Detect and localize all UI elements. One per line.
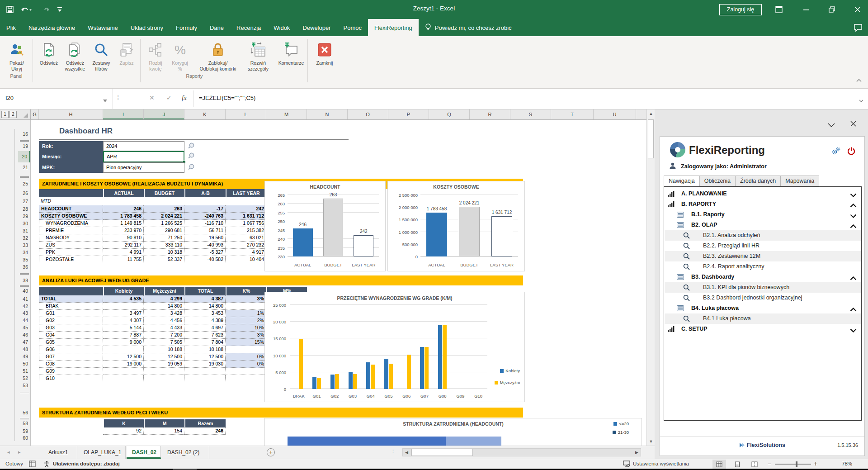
tree-item-c-setup[interactable]: C. SETUP	[664, 324, 861, 334]
power-logout-icon[interactable]	[847, 147, 855, 157]
report-list-icon	[677, 211, 684, 219]
tree-item-b2-4-raport-analityczny[interactable]: B2.4. Raport analityczny	[664, 261, 861, 272]
accessibility-status[interactable]: Ułatwienia dostępu: zbadaj	[53, 461, 120, 466]
chart-bar-g03-1	[353, 374, 357, 389]
section1-row-4-label: PREMIE	[39, 227, 103, 234]
tabstrip-splitter-icon[interactable]: ⁞	[392, 449, 394, 454]
chevron-up-icon[interactable]	[850, 201, 857, 209]
tree-item-b4-1-luka-płacowa[interactable]: B4.1 Luka płacowa	[664, 313, 861, 324]
zoom-level[interactable]: 78%	[842, 461, 852, 466]
chart-bars-icon	[668, 201, 675, 209]
panel-tab-nawigacja[interactable]: Nawigacja	[664, 176, 700, 186]
tree-item-b2-1-analiza-odchyleń[interactable]: B2.1. Analiza odchyleń	[664, 230, 861, 241]
minimize-button[interactable]	[796, 0, 816, 19]
close-button[interactable]	[847, 0, 868, 19]
settings-gears-icon[interactable]	[831, 147, 841, 157]
sheet-tab-strip: ◂ ▸ Arkusz1OLAP_LUKA_1DASH_02DASH_02 (2)…	[0, 446, 655, 459]
tree-item-b2-3-zestawienie-12m[interactable]: B2.3. Zestawienie 12M	[664, 251, 861, 261]
sign-in-button[interactable]: Zaloguj się	[719, 4, 762, 15]
filter-search-icon[interactable]	[188, 142, 196, 151]
scroll-right-icon[interactable]: ▶	[633, 449, 641, 456]
excel-window: Zeszyt1 - Excel Zaloguj się PlikNarzędzi…	[0, 0, 868, 470]
panel-tab-źródła-danych[interactable]: Źródła danych	[736, 176, 781, 186]
chart-title: PRZECIĘTNE WYNAGRODZENIE WG GRADE (K/M)	[265, 295, 524, 301]
section2-header-col-4: K%	[226, 287, 266, 295]
legend-swatch	[495, 381, 498, 385]
chevron-down-icon[interactable]	[850, 191, 857, 199]
tree-item-b2-olap[interactable]: B2. OLAP	[664, 220, 861, 230]
section2-row-2-value-1	[103, 303, 144, 310]
tree-item-b3-1-kpi-dla-pionów-biznesowych[interactable]: B3.1. KPI dla pionów biznesowych	[664, 282, 861, 293]
expand-formula-bar-icon[interactable]	[859, 96, 863, 104]
filter-search-icon[interactable]	[188, 164, 196, 172]
filter-search-icon[interactable]	[188, 152, 196, 161]
zoom-in-button[interactable]: +	[814, 460, 817, 467]
chart-bar-g07-0	[420, 347, 424, 389]
sheet-nav-right-icon[interactable]: ▸	[18, 449, 21, 455]
share-comment-icon[interactable]	[854, 23, 863, 34]
sheet-tab-dash-02-2-[interactable]: DASH_02 (2)	[162, 446, 209, 459]
tree-item-label: B3.2 Dashbord jednostki organizacyjnej	[703, 294, 802, 301]
tree-item-b4-luka-płacowa[interactable]: B4. Luka płacowa	[664, 303, 861, 313]
search-icon	[683, 232, 690, 241]
filter-value-1[interactable]: 2024	[103, 141, 184, 151]
normal-view-button[interactable]	[712, 460, 726, 469]
chevron-down-icon[interactable]	[850, 212, 857, 220]
panel-collapse-icon[interactable]	[827, 121, 835, 129]
restore-button[interactable]	[821, 0, 842, 19]
filter-value-2[interactable]: APR	[103, 151, 184, 162]
display-settings-label[interactable]: Ustawienia wyświetlania	[633, 461, 689, 466]
sheet-tab-dash-02[interactable]: DASH_02	[127, 446, 161, 459]
accessibility-icon[interactable]	[43, 461, 50, 468]
chart-xtick: LAST YEAR	[486, 262, 518, 267]
tree-item-label: B4. Luka płacowa	[691, 305, 739, 311]
vertical-scrollbar[interactable]: ▲ ▼	[646, 109, 655, 446]
hidden-rows-mark	[20, 285, 29, 287]
sheet-tab-olap-luka-1[interactable]: OLAP_LUKA_1	[78, 446, 126, 459]
filter-value-3[interactable]: Pion operacyjny	[103, 162, 184, 173]
ready-status: Gotowy	[5, 461, 23, 466]
panel-tab-obliczenia[interactable]: Obliczenia	[700, 176, 736, 186]
chart-xtick: G01	[308, 394, 326, 399]
section2-row-7-label: G05	[39, 339, 103, 346]
page-layout-view-button[interactable]	[731, 460, 744, 469]
chart-plot: 1 783 4582 024 2211 631 712	[420, 195, 518, 256]
section2-row-11-value-3	[184, 368, 226, 375]
section1-row-8-value-2: 52 337	[144, 256, 184, 263]
sheet-nav-left-icon[interactable]: ◂	[7, 449, 10, 455]
scroll-up-icon[interactable]: ▲	[648, 111, 654, 116]
zoom-slider-thumb[interactable]	[796, 461, 797, 467]
chart-bar-g05-0	[384, 359, 388, 389]
chevron-up-icon[interactable]	[850, 222, 857, 230]
chevron-up-icon[interactable]	[850, 274, 857, 282]
legend-swatch	[613, 422, 617, 426]
tree-item-a-planowanie[interactable]: A. PLANOWANIE	[664, 189, 861, 199]
page-break-view-button[interactable]	[748, 460, 761, 469]
dashboard-title: Dashboard HR	[59, 127, 113, 136]
zoom-out-button[interactable]: −	[768, 460, 771, 467]
chevron-up-icon[interactable]	[850, 305, 857, 313]
vertical-scroll-thumb[interactable]	[648, 119, 654, 158]
panel-tab-mapowania[interactable]: Mapowania	[781, 176, 819, 186]
panel-close-icon[interactable]	[850, 120, 857, 129]
horizontal-scroll-thumb[interactable]	[411, 449, 473, 456]
display-settings-icon[interactable]	[623, 461, 630, 468]
ribbon-display-options-icon[interactable]	[769, 0, 789, 19]
tree-item-b-1-raporty[interactable]: B.1. Raporty	[664, 209, 861, 220]
tree-item-b-raporty[interactable]: B. RAPORTY	[664, 199, 861, 209]
zoom-slider[interactable]	[775, 464, 811, 465]
tree-item-b3-2-dashbord-jednostki-organizacyjnej[interactable]: B3.2 Dashbord jednostki organizacyjnej	[664, 293, 861, 303]
scroll-down-icon[interactable]: ▼	[648, 439, 654, 444]
macro-record-icon[interactable]	[29, 461, 36, 468]
scroll-left-icon[interactable]: ◀	[403, 449, 410, 456]
sheet-tab-arkusz1[interactable]: Arkusz1	[43, 446, 77, 459]
worksheet[interactable]: Dashboard HR Rok:2024Miesiąc:APRMPK:Pion…	[0, 0, 646, 446]
tree-item-b2-2-przegląd-linii-hr[interactable]: B2.2. Przegląd linii HR	[664, 241, 861, 251]
chevron-down-icon[interactable]	[850, 326, 857, 334]
chart-gridline	[290, 355, 487, 356]
section1-row-6-label: ZUS	[39, 242, 103, 249]
new-sheet-button[interactable]: +	[267, 448, 275, 456]
collapse-ribbon-icon[interactable]	[856, 76, 862, 84]
section2-row-5-label: G03	[39, 324, 103, 332]
tree-item-b3-dashboardy[interactable]: B3. Dashboardy	[664, 272, 861, 282]
